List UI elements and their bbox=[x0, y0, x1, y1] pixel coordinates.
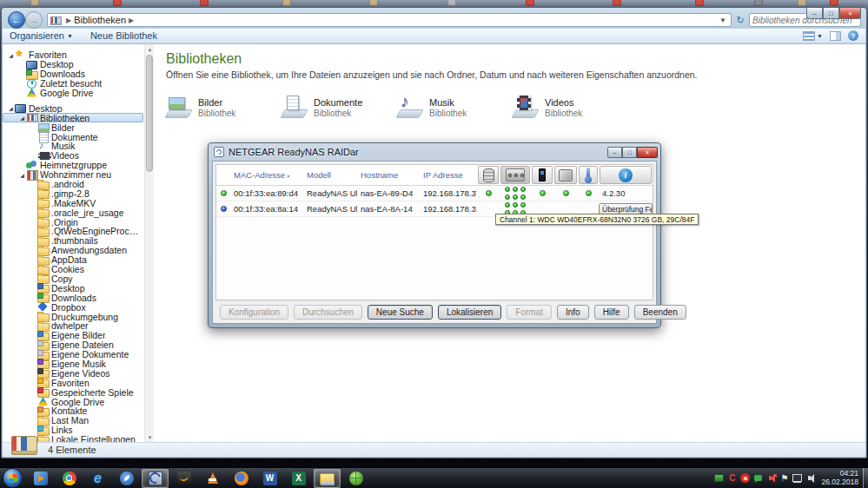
sidebar-item-last-man[interactable]: Last Man bbox=[3, 416, 143, 425]
sidebar-item-favoriten[interactable]: ◢Favoriten bbox=[3, 50, 143, 60]
taskbar-app-ie[interactable]: e bbox=[84, 469, 111, 488]
column-header-ip-adresse[interactable]: IP Adresse bbox=[420, 165, 477, 185]
preview-pane-button[interactable] bbox=[830, 31, 841, 41]
new-library-button[interactable]: Neue Bibliothek bbox=[90, 30, 157, 41]
desktop-shortcut-icon[interactable] bbox=[369, 0, 378, 6]
desktop-shortcut-icon[interactable] bbox=[447, 0, 456, 6]
taskbar-app-explorer[interactable] bbox=[314, 469, 341, 488]
tray-avira-icon[interactable]: a bbox=[740, 473, 750, 483]
maximize-button[interactable]: □ bbox=[622, 147, 637, 158]
sidebar-item-links[interactable]: Links bbox=[3, 425, 143, 435]
tray-card-green-icon[interactable] bbox=[714, 473, 724, 483]
tray-flag-icon[interactable]: ⚑ bbox=[779, 473, 789, 483]
dialog-titlebar[interactable]: NETGEAR ReadyNAS RAIDar – □ × bbox=[209, 143, 660, 160]
scroll-up-icon[interactable]: ▲ bbox=[145, 44, 154, 54]
taskbar-app-vlc[interactable] bbox=[199, 469, 226, 488]
refresh-button[interactable]: ↻ bbox=[734, 13, 746, 27]
tray-muted-icon[interactable] bbox=[766, 473, 776, 483]
neue-suche-button[interactable]: Neue Suche bbox=[368, 305, 433, 320]
sidebar-item-appdata[interactable]: AppData bbox=[3, 255, 143, 265]
sidebar-item-anwendungsdaten[interactable]: Anwendungsdaten bbox=[3, 246, 143, 255]
sidebar-item-favoriten[interactable]: Favoriten bbox=[3, 378, 143, 387]
sidebar-item-thumbnails[interactable]: .thumbnails bbox=[3, 236, 143, 246]
sidebar-item-musik[interactable]: Musik bbox=[3, 142, 143, 151]
taskbar-clock[interactable]: 04:21 26.02.2018 bbox=[818, 470, 863, 486]
sidebar-item-desktop[interactable]: ◢Desktop bbox=[3, 103, 143, 113]
sidebar-item-desktop[interactable]: Desktop bbox=[3, 283, 143, 293]
help-icon[interactable]: ? bbox=[848, 30, 858, 41]
sidebar-item-eigene-musik[interactable]: Eigene Musik bbox=[3, 359, 143, 369]
tray-volume-icon[interactable] bbox=[805, 473, 815, 483]
sidebar-item-oracle-jre-usage[interactable]: .oracle_jre_usage bbox=[3, 208, 143, 217]
sidebar-item-downloads[interactable]: Downloads bbox=[3, 293, 143, 302]
tray-red-c-icon[interactable]: C bbox=[727, 473, 737, 483]
beenden-button[interactable]: Beenden bbox=[634, 305, 686, 320]
minimize-button[interactable]: – bbox=[806, 8, 823, 19]
taskbar-app-firefox[interactable] bbox=[228, 469, 255, 488]
sidebar-item-qtwebengineprocess[interactable]: .QtWebEngineProcess bbox=[3, 227, 143, 236]
sidebar-item-zuletzt-besucht[interactable]: Zuletzt besucht bbox=[3, 79, 143, 89]
sidebar-item-videos[interactable]: Videos bbox=[3, 151, 143, 161]
views-button[interactable]: ▼ bbox=[803, 31, 823, 41]
desktop-shortcut-icon[interactable] bbox=[798, 0, 806, 6]
sidebar-item-eigene-videos[interactable]: Eigene Videos bbox=[3, 368, 143, 378]
sidebar-item-copy[interactable]: Copy bbox=[3, 274, 143, 283]
sidebar-scrollbar[interactable]: ▲ ▼ bbox=[144, 44, 154, 442]
desktop-shortcut-icon[interactable] bbox=[200, 0, 209, 6]
column-header-disks[interactable] bbox=[478, 166, 499, 184]
expander-icon[interactable]: ◢ bbox=[7, 52, 15, 58]
sidebar-item-makemkv[interactable]: .MakeMKV bbox=[3, 198, 143, 208]
sidebar-item-eigene-dokumente[interactable]: Eigene Dokumente bbox=[3, 350, 143, 359]
library-tile-dokumente[interactable]: DokumenteBibliothek bbox=[282, 96, 397, 118]
scroll-down-icon[interactable]: ▼ bbox=[145, 432, 154, 442]
column-header-hostname[interactable]: Hostname bbox=[357, 165, 420, 185]
column-header-temperature[interactable] bbox=[579, 166, 598, 184]
lokalisieren-button[interactable]: Lokalisieren bbox=[438, 305, 501, 320]
column-header-ups[interactable] bbox=[532, 166, 553, 184]
sidebar-item-gespeicherte-spiele[interactable]: Gespeicherte Spiele bbox=[3, 387, 143, 397]
tray-chat-icon[interactable] bbox=[753, 473, 763, 483]
column-header-mac-adresse[interactable]: MAC-Adresse▾ bbox=[230, 165, 303, 185]
sidebar-item-google-drive[interactable]: Google Drive bbox=[3, 397, 143, 406]
address-bar[interactable]: ▶ Bibliotheken ▶ ▼ bbox=[47, 13, 732, 27]
sidebar-item-gimp-2-8[interactable]: .gimp-2.8 bbox=[3, 188, 143, 198]
breadcrumb-arrow-icon[interactable]: ▶ bbox=[129, 16, 134, 24]
sidebar-item-eigene-bilder[interactable]: Eigene Bilder bbox=[3, 331, 143, 340]
taskbar-app-media-player[interactable] bbox=[27, 469, 54, 488]
sidebar-item-wohnzimmer-neu[interactable]: ◢Wohnzimmer neu bbox=[3, 170, 143, 180]
taskbar-app-green-globe[interactable] bbox=[342, 469, 369, 488]
expander-icon[interactable]: ◢ bbox=[7, 105, 15, 111]
desktop-shortcut-icon[interactable] bbox=[30, 0, 39, 6]
scrollbar-thumb[interactable] bbox=[146, 55, 153, 172]
column-header-volume[interactable] bbox=[554, 166, 577, 184]
desktop-shortcut-icon[interactable] bbox=[830, 0, 838, 6]
column-header-fans[interactable] bbox=[500, 166, 530, 184]
start-button[interactable] bbox=[3, 468, 23, 488]
info-button[interactable]: Info bbox=[557, 305, 589, 320]
library-tile-bilder[interactable]: BilderBibliothek bbox=[166, 96, 282, 118]
expander-icon[interactable]: ◢ bbox=[18, 115, 26, 121]
sidebar-item-dokumente[interactable]: Dokumente bbox=[3, 132, 143, 142]
back-button[interactable]: ← bbox=[8, 11, 25, 29]
show-desktop-button[interactable] bbox=[863, 468, 868, 488]
sidebar-item-druckumgebung[interactable]: Druckumgebung bbox=[3, 312, 143, 321]
taskbar-app-excel[interactable]: X bbox=[285, 469, 312, 488]
sidebar-item-android[interactable]: .android bbox=[3, 180, 143, 189]
sidebar-item-cookies[interactable]: Cookies bbox=[3, 265, 143, 274]
desktop-shortcut-icon[interactable] bbox=[113, 0, 122, 6]
taskbar-app-word[interactable]: W bbox=[256, 469, 283, 488]
address-dropdown-icon[interactable]: ▼ bbox=[717, 16, 729, 24]
minimize-button[interactable]: – bbox=[607, 147, 622, 158]
column-header-modell[interactable]: Modell bbox=[303, 165, 357, 185]
taskbar-app-chrome[interactable] bbox=[56, 469, 83, 488]
sidebar-item-bilder[interactable]: Bilder bbox=[3, 122, 143, 132]
library-tile-musik[interactable]: ♪MusikBibliothek bbox=[397, 96, 513, 118]
sidebar-item-origin[interactable]: .Origin bbox=[3, 217, 143, 227]
desktop-shortcut-icon[interactable] bbox=[613, 0, 621, 6]
taskbar-app-media-app[interactable] bbox=[170, 469, 197, 488]
device-row-nas-ea-89-d4[interactable]: 00:1f:33:ea:89:d4ReadyNAS Ultra 6nas-EA-… bbox=[216, 186, 653, 201]
close-button[interactable]: × bbox=[839, 8, 861, 19]
close-button[interactable]: × bbox=[637, 147, 658, 158]
desktop-shortcut-icon[interactable] bbox=[526, 0, 534, 6]
sidebar-item-eigene-dateien[interactable]: Eigene Dateien bbox=[3, 340, 143, 350]
